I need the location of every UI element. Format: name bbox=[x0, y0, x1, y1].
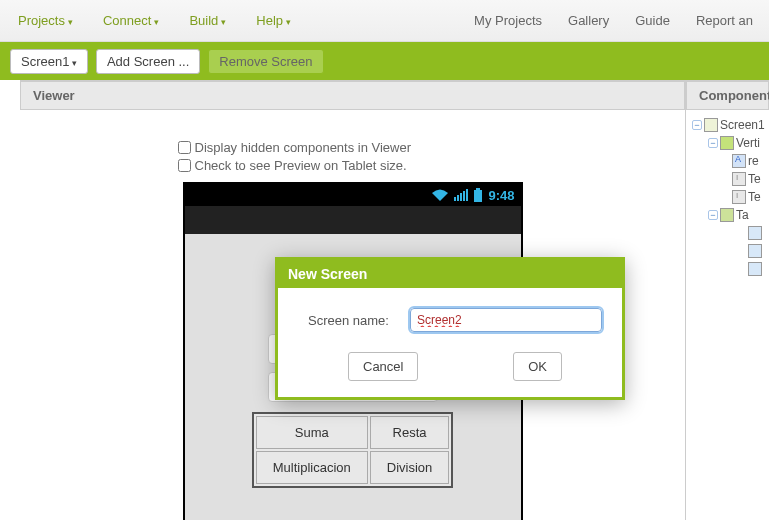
tree-toggle-icon[interactable]: − bbox=[708, 138, 718, 148]
component-icon bbox=[748, 244, 762, 258]
menu-build[interactable]: Build▾ bbox=[177, 7, 238, 34]
cancel-button[interactable]: Cancel bbox=[348, 352, 418, 381]
op-multiplicacion[interactable]: Multiplicacion bbox=[256, 451, 368, 484]
table-icon bbox=[720, 208, 734, 222]
battery-icon bbox=[474, 188, 482, 202]
menu-connect[interactable]: Connect▾ bbox=[91, 7, 171, 34]
svg-rect-4 bbox=[466, 189, 468, 201]
screen-name-input[interactable] bbox=[410, 308, 602, 332]
tree-item-textbox2[interactable]: Te bbox=[748, 190, 761, 204]
op-resta[interactable]: Resta bbox=[370, 416, 450, 449]
label-icon: A bbox=[732, 154, 746, 168]
display-hidden-label: Display hidden components in Viewer bbox=[195, 140, 412, 155]
textbox-icon: I bbox=[732, 172, 746, 186]
ok-button[interactable]: OK bbox=[513, 352, 562, 381]
dialog-title: New Screen bbox=[278, 260, 622, 288]
link-report-issue[interactable]: Report an bbox=[686, 7, 763, 34]
components-tree: − Screen1 − Verti A re I Te I Te bbox=[686, 110, 769, 278]
tablet-preview-label: Check to see Preview on Tablet size. bbox=[195, 158, 407, 173]
textbox-icon: I bbox=[732, 190, 746, 204]
op-division[interactable]: Division bbox=[370, 451, 450, 484]
tree-toggle-icon[interactable]: − bbox=[692, 120, 702, 130]
tree-item-table[interactable]: Ta bbox=[736, 208, 749, 222]
display-hidden-checkbox[interactable] bbox=[178, 141, 191, 154]
link-gallery[interactable]: Gallery bbox=[558, 7, 619, 34]
wifi-icon bbox=[432, 189, 448, 201]
new-screen-dialog: New Screen Screen name: Cancel OK bbox=[275, 257, 625, 400]
component-icon bbox=[748, 262, 762, 276]
svg-rect-5 bbox=[474, 190, 482, 202]
screen-toolbar: Screen1 Add Screen ... Remove Screen bbox=[0, 42, 769, 80]
preview-operations-table: Suma Resta Multiplicacion Division bbox=[252, 412, 454, 488]
viewer-header: Viewer bbox=[20, 81, 685, 110]
svg-rect-6 bbox=[476, 188, 480, 190]
phone-clock: 9:48 bbox=[488, 188, 514, 203]
tree-item-label[interactable]: re bbox=[748, 154, 759, 168]
signal-icon bbox=[454, 189, 468, 201]
tree-item-screen[interactable]: Screen1 bbox=[720, 118, 765, 132]
phone-titlebar bbox=[185, 206, 521, 234]
tree-item-textbox1[interactable]: Te bbox=[748, 172, 761, 186]
menu-help[interactable]: Help▾ bbox=[244, 7, 303, 34]
components-header: Components bbox=[686, 81, 769, 110]
svg-rect-0 bbox=[454, 197, 456, 201]
link-my-projects[interactable]: My Projects bbox=[464, 7, 552, 34]
tree-item-vertical[interactable]: Verti bbox=[736, 136, 760, 150]
svg-rect-2 bbox=[460, 193, 462, 201]
svg-rect-3 bbox=[463, 191, 465, 201]
link-guide[interactable]: Guide bbox=[625, 7, 680, 34]
component-icon bbox=[748, 226, 762, 240]
op-suma[interactable]: Suma bbox=[256, 416, 368, 449]
menu-projects[interactable]: Projects▾ bbox=[6, 7, 85, 34]
screen-icon bbox=[704, 118, 718, 132]
tree-toggle-icon[interactable]: − bbox=[708, 210, 718, 220]
screen-selector-button[interactable]: Screen1 bbox=[10, 49, 88, 74]
top-menu-bar: Projects▾ Connect▾ Build▾ Help▾ My Proje… bbox=[0, 0, 769, 42]
phone-statusbar: 9:48 bbox=[185, 184, 521, 206]
add-screen-button[interactable]: Add Screen ... bbox=[96, 49, 200, 74]
layout-icon bbox=[720, 136, 734, 150]
components-panel: Components − Screen1 − Verti A re I Te I bbox=[685, 80, 769, 520]
remove-screen-button[interactable]: Remove Screen bbox=[208, 49, 323, 74]
svg-rect-1 bbox=[457, 195, 459, 201]
tablet-preview-checkbox[interactable] bbox=[178, 159, 191, 172]
screen-name-label: Screen name: bbox=[308, 313, 398, 328]
